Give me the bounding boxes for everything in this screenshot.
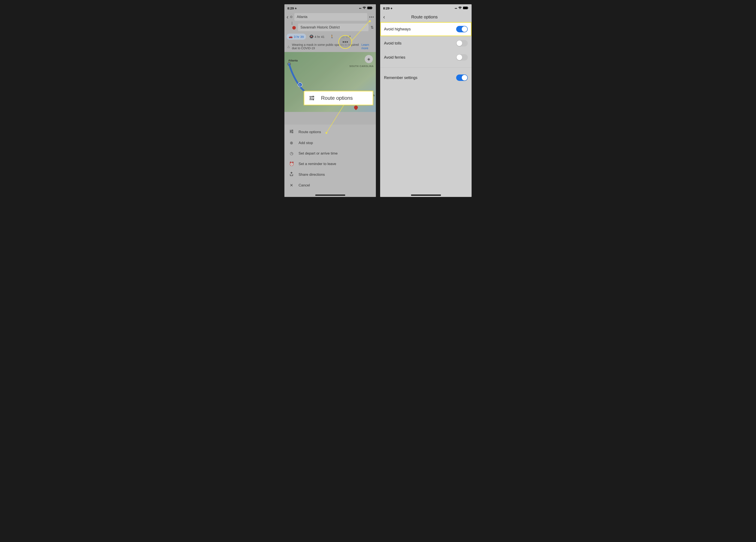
svg-rect-6: [310, 98, 311, 99]
home-indicator: [315, 195, 345, 196]
menu-reminder-label: Set a reminder to leave: [299, 162, 336, 166]
travel-modes: 🚗 3 hr 39 🚇 4 hr 41 🚶 🚲 1 d: [284, 32, 376, 41]
close-icon: ✕: [289, 183, 294, 188]
svg-rect-8: [463, 7, 468, 9]
menu-set-time-label: Set depart or arrive time: [299, 151, 338, 156]
learn-more-link[interactable]: Learn more: [362, 43, 373, 50]
origin-icon: [290, 16, 292, 18]
option-remember-label: Remember settings: [384, 76, 417, 80]
toggle-avoid-tolls[interactable]: [456, 40, 468, 46]
option-avoid-ferries-label: Avoid ferries: [384, 55, 405, 60]
menu-cancel[interactable]: ✕ Cancel: [284, 180, 376, 191]
callout-route-options-label: Route options: [321, 95, 353, 101]
svg-point-3: [290, 131, 291, 132]
cell-signal-icon: ▪▪: [455, 6, 457, 10]
covid-banner: △ Wearing a mask in some public spaces i…: [284, 41, 376, 52]
toggle-avoid-highways[interactable]: [456, 26, 468, 32]
phone-directions: 8:29 ✈ ▪▪ ‹ Atlanta ⬤ Savannah Historic …: [284, 4, 376, 197]
mode-car[interactable]: 🚗 3 hr 39: [287, 34, 306, 40]
route-dots-icon: [292, 22, 292, 25]
cell-signal-icon: ▪▪: [359, 6, 361, 10]
battery-icon: [463, 6, 469, 10]
menu-cancel-label: Cancel: [299, 183, 310, 188]
divider: [380, 67, 472, 68]
sliders-icon: [309, 95, 315, 101]
clock-icon: ◷: [289, 151, 294, 156]
sliders-icon: [289, 129, 294, 135]
location-icon: ✈: [390, 7, 393, 10]
callout-dot-2: [326, 132, 327, 134]
option-remember-settings[interactable]: Remember settings: [380, 71, 472, 85]
menu-add-stop-label: Add stop: [299, 141, 313, 145]
status-time: 8:29 ✈: [383, 6, 393, 10]
page-title: Route options: [385, 15, 469, 19]
svg-rect-0: [367, 7, 372, 9]
back-button[interactable]: ‹: [287, 14, 288, 20]
menu-share[interactable]: Share directions: [284, 169, 376, 180]
mode-walk[interactable]: 🚶: [328, 34, 337, 40]
origin-field[interactable]: Atlanta: [294, 13, 368, 21]
callout-route-options: Route options: [304, 91, 373, 105]
option-avoid-highways[interactable]: Avoid highways: [380, 22, 472, 36]
option-avoid-highways-label: Avoid highways: [384, 27, 411, 31]
wifi-icon: [458, 6, 462, 10]
toggle-remember[interactable]: [456, 75, 468, 81]
menu-route-options-label: Route options: [299, 130, 321, 134]
status-bar: 8:29 ✈ ▪▪: [380, 4, 472, 12]
menu-set-time[interactable]: ◷ Set depart or arrive time: [284, 148, 376, 159]
svg-point-4: [292, 132, 293, 133]
callout-more-highlight: [338, 35, 352, 49]
menu-reminder[interactable]: ⏰ Set a reminder to leave: [284, 159, 376, 169]
status-time: 8:29 ✈: [287, 6, 297, 10]
destination-field[interactable]: Savannah Historic District: [298, 23, 369, 31]
option-avoid-tolls[interactable]: Avoid tolls: [380, 36, 472, 50]
location-icon: ✈: [294, 7, 297, 10]
wifi-icon: [362, 6, 366, 10]
plus-circle-icon: ⊕: [289, 141, 294, 145]
svg-rect-7: [313, 99, 314, 100]
alarm-icon: ⏰: [289, 162, 294, 166]
more-options-button[interactable]: [369, 16, 374, 18]
home-indicator: [411, 195, 441, 196]
menu-add-stop[interactable]: ⊕ Add stop: [284, 138, 376, 148]
menu-share-label: Share directions: [299, 173, 325, 177]
phone-route-options: 8:29 ✈ ▪▪ ‹ Route options Avoid highways…: [380, 4, 472, 197]
share-icon: [289, 172, 294, 177]
destination-icon: ⬤: [292, 25, 296, 30]
callout-dot-1: [369, 20, 371, 22]
option-avoid-tolls-label: Avoid tolls: [384, 41, 402, 46]
svg-point-2: [292, 130, 293, 131]
route-options-header: ‹ Route options: [380, 12, 472, 22]
warning-icon: △: [287, 45, 290, 48]
svg-rect-5: [313, 96, 314, 97]
svg-rect-9: [468, 7, 468, 8]
status-bar: 8:29 ✈ ▪▪: [284, 4, 376, 12]
battery-icon: [367, 6, 373, 10]
mode-transit[interactable]: 🚇 4 hr 41: [307, 34, 327, 40]
toggle-avoid-ferries[interactable]: [456, 54, 468, 61]
swap-button[interactable]: ⇅: [371, 25, 374, 30]
options-sheet: Route options ⊕ Add stop ◷ Set depart or…: [284, 125, 376, 197]
option-avoid-ferries[interactable]: Avoid ferries: [380, 50, 472, 64]
svg-rect-1: [372, 7, 373, 8]
back-button[interactable]: ‹: [383, 14, 385, 20]
menu-route-options[interactable]: Route options: [284, 126, 376, 138]
route-marker-icon: ▸: [298, 82, 302, 87]
